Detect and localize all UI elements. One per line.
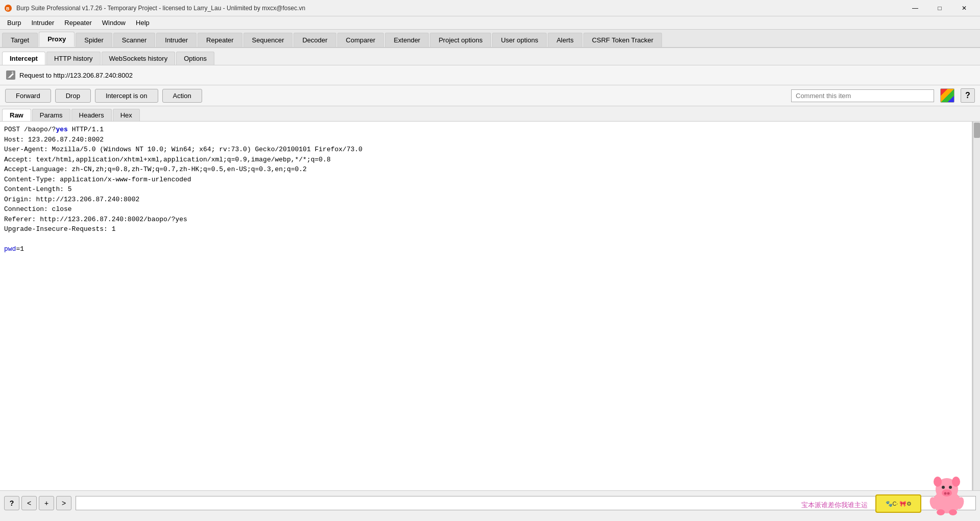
watermark-text: 宝本派谁差你我谁主运 <box>801 501 868 510</box>
svg-point-15 <box>937 509 945 515</box>
next-button[interactable]: > <box>56 496 71 510</box>
http-body-eq: =1 <box>16 245 24 253</box>
tab-comparer[interactable]: Comparer <box>337 33 384 47</box>
http-line-4: Accept: text/html,application/xhtml+xml,… <box>4 155 968 165</box>
subtab-http-history[interactable]: HTTP history <box>46 52 101 65</box>
http-line-7: Content-Length: 5 <box>4 184 968 195</box>
menu-help[interactable]: Help <box>131 17 155 28</box>
title-bar-left: B Burp Suite Professional v1.7.26 - Temp… <box>4 4 305 12</box>
intercept-toggle-button[interactable]: Intercept is on <box>95 89 158 103</box>
http-line-5: Accept-Language: zh-CN,zh;q=0.8,zh-TW;q=… <box>4 164 968 175</box>
tab-repeater[interactable]: Repeater <box>198 33 242 47</box>
content-tab-params[interactable]: Params <box>32 109 70 121</box>
main-tabs: Target Proxy Spider Scanner Intruder Rep… <box>0 30 980 48</box>
http-content-area[interactable]: POST /baopo/?yes HTTP/1.1 Host: 123.206.… <box>0 122 973 490</box>
tab-decoder[interactable]: Decoder <box>293 33 336 47</box>
http-line-10: Referer: http://123.206.87.240:8002/baop… <box>4 215 968 225</box>
action-button[interactable]: Action <box>162 89 202 103</box>
svg-point-9 <box>949 486 952 489</box>
subtab-websockets[interactable]: WebSockets history <box>102 52 176 65</box>
http-line-3: User-Agent: Mozilla/5.0 (Windows NT 10.0… <box>4 145 968 155</box>
http-line-13: pwd=1 <box>4 244 968 254</box>
content-tab-headers[interactable]: Headers <box>71 109 112 121</box>
tab-csrf[interactable]: CSRF Token Tracker <box>583 33 662 47</box>
scrollbar[interactable] <box>973 122 980 490</box>
content-tab-hex[interactable]: Hex <box>113 109 140 121</box>
sub-tabs: Intercept HTTP history WebSockets histor… <box>0 48 980 65</box>
tab-extender[interactable]: Extender <box>385 33 429 47</box>
http-line-1: POST /baopo/?yes HTTP/1.1 <box>4 125 968 135</box>
svg-point-10 <box>942 489 952 496</box>
drop-button[interactable]: Drop <box>55 89 91 103</box>
http-line-8: Origin: http://123.206.87.240:8002 <box>4 195 968 205</box>
add-button[interactable]: + <box>39 496 54 510</box>
tab-project-options[interactable]: Project options <box>430 33 491 47</box>
http-line-9: Connection: close <box>4 204 968 215</box>
svg-point-12 <box>947 492 950 495</box>
http-param-yes: yes <box>56 126 67 133</box>
menu-bar: Burp Intruder Repeater Window Help <box>0 16 980 30</box>
forward-button[interactable]: Forward <box>5 89 51 103</box>
svg-point-16 <box>949 509 957 515</box>
tab-proxy[interactable]: Proxy <box>39 32 75 47</box>
content-wrapper: POST /baopo/?yes HTTP/1.1 Host: 123.206.… <box>0 122 980 490</box>
http-line-11: Upgrade-Insecure-Requests: 1 <box>4 224 968 234</box>
http-line-2: Host: 123.206.87.240:8002 <box>4 135 968 145</box>
svg-point-11 <box>944 492 947 495</box>
http-version: HTTP/1.1 <box>68 126 104 133</box>
sticker-icons: 🎀⚙ <box>899 501 912 507</box>
action-bar: Forward Drop Intercept is on Action ? <box>0 85 980 106</box>
pencil-icon <box>5 69 16 81</box>
http-method: POST /baopo/? <box>4 126 56 133</box>
request-label: Request to http://123.206.87.240:8002 <box>19 72 133 79</box>
menu-intruder[interactable]: Intruder <box>26 17 59 28</box>
content-tabs: Raw Params Headers Hex <box>0 106 980 122</box>
svg-point-8 <box>942 486 945 489</box>
http-body-key: pwd <box>4 245 16 253</box>
tab-spider[interactable]: Spider <box>76 33 112 47</box>
minimize-button[interactable]: — <box>903 0 927 16</box>
svg-point-7 <box>952 477 960 487</box>
menu-burp[interactable]: Burp <box>2 17 26 28</box>
svg-text:B: B <box>6 6 10 11</box>
content-tab-raw[interactable]: Raw <box>2 109 31 121</box>
menu-window[interactable]: Window <box>97 17 131 28</box>
tab-user-options[interactable]: User options <box>492 33 547 47</box>
scrollbar-thumb <box>974 123 980 138</box>
tab-scanner[interactable]: Scanner <box>113 33 155 47</box>
help-button[interactable]: ? <box>4 496 19 510</box>
comment-input[interactable] <box>791 89 934 102</box>
tab-alerts[interactable]: Alerts <box>548 33 582 47</box>
piggy-svg <box>926 471 967 517</box>
request-toolbar: Request to http://123.206.87.240:8002 <box>0 65 980 85</box>
svg-point-6 <box>934 477 942 487</box>
title-text: Burp Suite Professional v1.7.26 - Tempor… <box>16 5 305 12</box>
sticker-c: 🐾C· <box>886 501 898 507</box>
close-button[interactable]: ✕ <box>952 0 976 16</box>
window-controls: — □ ✕ <box>903 0 976 16</box>
app-icon: B <box>4 4 12 12</box>
tab-target[interactable]: Target <box>2 33 38 47</box>
piggy-mascot <box>926 471 970 515</box>
sticker-badge: 🐾C· 🎀⚙ <box>875 494 921 513</box>
subtab-options[interactable]: Options <box>176 52 214 65</box>
subtab-intercept[interactable]: Intercept <box>2 52 45 65</box>
menu-repeater[interactable]: Repeater <box>59 17 96 28</box>
highlight-button[interactable] <box>940 88 954 103</box>
tab-sequencer[interactable]: Sequencer <box>243 33 293 47</box>
prev-button[interactable]: < <box>21 496 37 510</box>
maximize-button[interactable]: □ <box>928 0 951 16</box>
tab-intruder[interactable]: Intruder <box>156 33 197 47</box>
title-bar: B Burp Suite Professional v1.7.26 - Temp… <box>0 0 980 16</box>
help-icon-button[interactable]: ? <box>961 88 975 103</box>
bottom-bar: ? < + > 宝本派谁差你我谁主运 🐾C· 🎀⚙ <box>0 490 980 515</box>
http-line-12 <box>4 234 968 245</box>
http-line-6: Content-Type: application/x-www-form-url… <box>4 175 968 185</box>
